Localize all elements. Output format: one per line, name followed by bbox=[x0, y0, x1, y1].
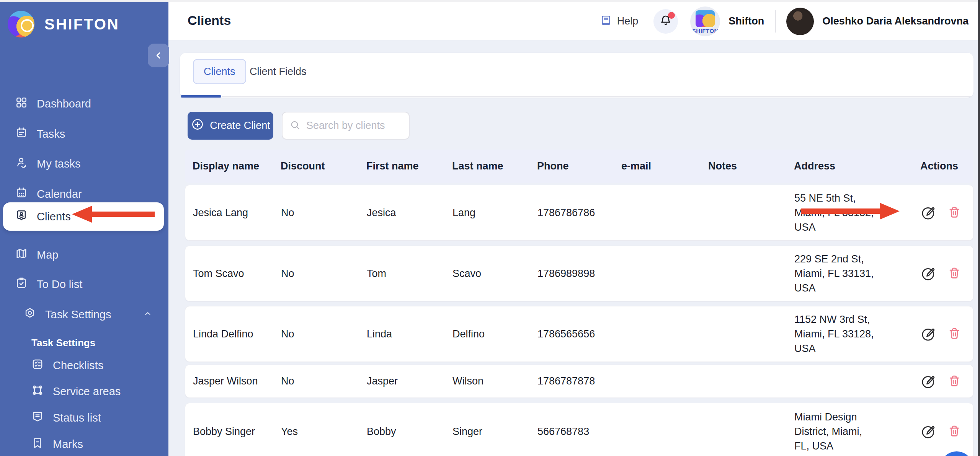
sidebar-item-label: Dashboard bbox=[37, 98, 91, 110]
edit-button[interactable] bbox=[921, 326, 937, 342]
page-title: Clients bbox=[188, 13, 231, 28]
todo-list-icon bbox=[15, 276, 28, 293]
sidebar-item-label: Tasks bbox=[37, 128, 65, 140]
tasks-icon bbox=[15, 126, 28, 142]
sidebar-item-label: Calendar bbox=[37, 188, 82, 200]
cell-address: Miami Design District, Miami, FL, USA bbox=[794, 410, 875, 453]
delete-button[interactable] bbox=[947, 265, 962, 282]
cell-first-name: Linda bbox=[367, 328, 452, 340]
sidebar-item-label: Service areas bbox=[53, 385, 121, 398]
sidebar-item-service-areas[interactable]: Service areas bbox=[0, 376, 168, 406]
create-client-button[interactable]: Create Client bbox=[188, 112, 273, 140]
sidebar-item-my-tasks[interactable]: My tasks bbox=[0, 149, 168, 179]
delete-button[interactable] bbox=[947, 423, 962, 440]
my-tasks-icon bbox=[15, 156, 28, 172]
delete-button[interactable] bbox=[947, 205, 962, 221]
tab-client-fields[interactable]: Client Fields bbox=[246, 59, 310, 84]
annotation-arrow-clients bbox=[72, 206, 155, 223]
sidebar-item-label: Map bbox=[37, 249, 58, 261]
cell-address: 229 SE 2nd St, Miami, FL 33131, USA bbox=[794, 252, 875, 295]
cell-last-name: Scavo bbox=[452, 268, 537, 280]
col-actions: Actions bbox=[920, 160, 958, 172]
annotation-arrow-edit bbox=[801, 203, 900, 220]
tabs-card: Clients Client Fields bbox=[180, 53, 973, 98]
sidebar-item-label: Checklists bbox=[53, 359, 103, 372]
marks-icon bbox=[31, 436, 44, 453]
clients-icon bbox=[15, 208, 28, 225]
company-logo-icon bbox=[696, 10, 715, 27]
sidebar-item-status-list[interactable]: Status list bbox=[0, 403, 168, 433]
tab-clients[interactable]: Clients bbox=[193, 59, 246, 84]
sidebar-item-label: My tasks bbox=[37, 158, 80, 170]
tab-divider bbox=[222, 96, 971, 97]
cell-phone: 1786786786 bbox=[537, 207, 622, 219]
edit-button[interactable] bbox=[921, 265, 937, 282]
cell-last-name: Singer bbox=[452, 426, 537, 438]
edit-button[interactable] bbox=[921, 373, 937, 389]
cell-display-name: Jesica Lang bbox=[193, 207, 281, 219]
cell-last-name: Delfino bbox=[452, 328, 537, 340]
sidebar-item-marks[interactable]: Marks bbox=[0, 429, 168, 456]
cell-phone: 1786565656 bbox=[537, 328, 622, 340]
delete-button[interactable] bbox=[947, 326, 962, 342]
table-row: Linda Delfino No Linda Delfino 178656565… bbox=[185, 306, 973, 362]
edit-button[interactable] bbox=[921, 423, 937, 440]
service-areas-icon bbox=[31, 383, 44, 400]
col-display-name: Display name bbox=[193, 160, 281, 172]
cell-discount: No bbox=[281, 375, 367, 387]
help-button[interactable]: Help bbox=[599, 14, 639, 29]
checklists-icon bbox=[31, 357, 44, 374]
cell-discount: No bbox=[281, 328, 367, 340]
delete-button[interactable] bbox=[947, 373, 962, 389]
app-name: SHIFTON bbox=[44, 16, 119, 33]
shifton-logo-icon bbox=[8, 11, 34, 37]
table-row: Bobby Singer Yes Bobby Singer 566768783 … bbox=[185, 403, 973, 456]
task-settings-icon bbox=[23, 306, 37, 323]
chevron-up-icon[interactable] bbox=[143, 308, 152, 321]
sidebar-section-header: Task Settings bbox=[31, 334, 162, 351]
window-right-edge bbox=[978, 0, 980, 456]
col-last-name: Last name bbox=[452, 160, 537, 172]
cell-phone: 1786989898 bbox=[537, 268, 622, 280]
cell-first-name: Jasper bbox=[367, 375, 452, 387]
sidebar: SHIFTON Dashboard Tasks My tasks Calenda… bbox=[0, 2, 168, 456]
sidebar-item-todo-list[interactable]: To Do list bbox=[0, 269, 168, 299]
col-first-name: First name bbox=[366, 160, 452, 172]
notifications-button[interactable] bbox=[653, 9, 678, 34]
edit-button[interactable] bbox=[921, 205, 937, 221]
cell-first-name: Tom bbox=[367, 268, 452, 280]
sidebar-item-label: Task Settings bbox=[45, 308, 111, 321]
sidebar-item-dashboard[interactable]: Dashboard bbox=[0, 89, 168, 119]
client-search bbox=[282, 112, 410, 140]
top-header: Clients Help SHIFTON Shifton Oleshko Dar… bbox=[168, 2, 980, 40]
sidebar-item-task-settings[interactable]: Task Settings bbox=[0, 300, 168, 329]
col-discount: Discount bbox=[281, 160, 366, 172]
sidebar-item-map[interactable]: Map bbox=[0, 240, 168, 270]
company-avatar[interactable]: SHIFTON bbox=[690, 7, 720, 36]
cell-discount: No bbox=[281, 268, 367, 280]
status-list-icon bbox=[31, 410, 44, 426]
sidebar-item-tasks[interactable]: Tasks bbox=[0, 119, 168, 149]
active-tab-indicator bbox=[181, 95, 221, 98]
search-input[interactable] bbox=[306, 120, 402, 132]
app-logo[interactable]: SHIFTON bbox=[8, 11, 119, 37]
cell-display-name: Linda Delfino bbox=[193, 328, 281, 340]
map-icon bbox=[15, 247, 28, 263]
sidebar-item-checklists[interactable]: Checklists bbox=[0, 350, 168, 380]
user-name: Oleshko Daria Aleksandrovna bbox=[822, 15, 969, 27]
sidebar-item-label: Status list bbox=[53, 412, 101, 424]
plus-circle-icon bbox=[191, 117, 204, 134]
cell-display-name: Jasper Wilson bbox=[193, 375, 281, 387]
col-email: e-mail bbox=[621, 160, 708, 172]
col-phone: Phone bbox=[537, 160, 621, 172]
col-address: Address bbox=[794, 160, 920, 172]
sidebar-item-label: Marks bbox=[53, 438, 83, 451]
notification-badge bbox=[668, 12, 675, 19]
sidebar-collapse-button[interactable] bbox=[148, 44, 169, 67]
sidebar-item-label: Clients bbox=[37, 210, 71, 223]
cell-last-name: Lang bbox=[452, 207, 537, 219]
cell-first-name: Jesica bbox=[367, 207, 452, 219]
help-icon bbox=[599, 14, 612, 29]
table-row: Jasper Wilson No Jasper Wilson 178678787… bbox=[185, 365, 973, 398]
user-avatar[interactable] bbox=[786, 8, 814, 35]
